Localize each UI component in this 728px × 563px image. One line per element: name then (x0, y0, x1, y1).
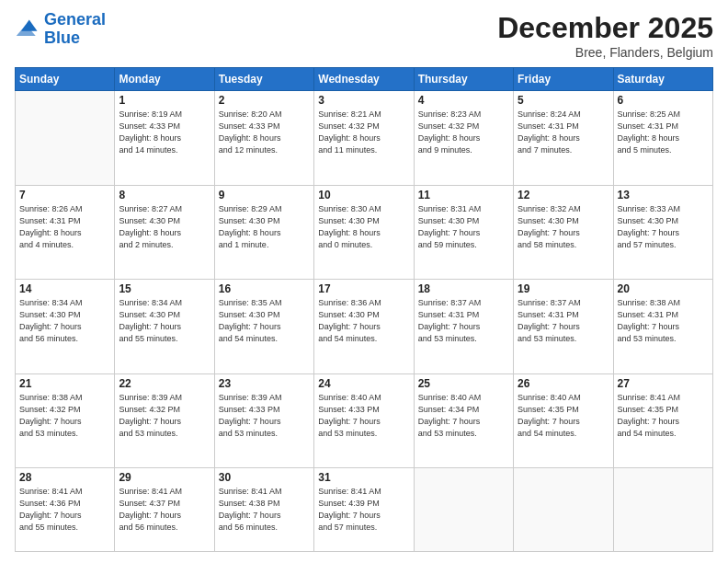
calendar-cell: 1Sunrise: 8:19 AM Sunset: 4:33 PM Daylig… (115, 91, 214, 186)
day-info: Sunrise: 8:33 AM Sunset: 4:30 PM Dayligh… (618, 203, 709, 251)
day-info: Sunrise: 8:41 AM Sunset: 4:37 PM Dayligh… (119, 486, 210, 534)
calendar-cell: 6Sunrise: 8:25 AM Sunset: 4:31 PM Daylig… (613, 91, 712, 186)
day-number: 1 (119, 94, 210, 107)
day-info: Sunrise: 8:25 AM Sunset: 4:31 PM Dayligh… (618, 109, 709, 156)
day-info: Sunrise: 8:41 AM Sunset: 4:36 PM Dayligh… (19, 486, 110, 534)
day-info: Sunrise: 8:29 AM Sunset: 4:30 PM Dayligh… (219, 203, 310, 251)
day-number: 27 (618, 377, 709, 390)
day-number: 8 (119, 189, 210, 201)
day-number: 18 (418, 282, 509, 295)
day-info: Sunrise: 8:40 AM Sunset: 4:35 PM Dayligh… (518, 392, 609, 440)
calendar-cell: 10Sunrise: 8:30 AM Sunset: 4:30 PM Dayli… (314, 185, 414, 280)
calendar-cell (613, 468, 712, 552)
day-number: 6 (618, 94, 709, 107)
logo-icon (15, 17, 40, 42)
weekday-header-tuesday: Tuesday (214, 68, 313, 91)
day-info: Sunrise: 8:36 AM Sunset: 4:30 PM Dayligh… (318, 297, 409, 345)
day-number: 19 (518, 282, 609, 295)
day-number: 28 (19, 471, 110, 484)
calendar-cell: 30Sunrise: 8:41 AM Sunset: 4:38 PM Dayli… (214, 468, 313, 552)
day-info: Sunrise: 8:38 AM Sunset: 4:31 PM Dayligh… (618, 297, 709, 345)
calendar-cell: 29Sunrise: 8:41 AM Sunset: 4:37 PM Dayli… (115, 468, 214, 552)
day-number: 9 (219, 189, 310, 201)
weekday-header-sunday: Sunday (16, 68, 115, 91)
calendar-cell: 12Sunrise: 8:32 AM Sunset: 4:30 PM Dayli… (514, 185, 613, 280)
calendar-cell: 19Sunrise: 8:37 AM Sunset: 4:31 PM Dayli… (514, 280, 613, 374)
day-info: Sunrise: 8:37 AM Sunset: 4:31 PM Dayligh… (518, 297, 609, 345)
day-number: 21 (19, 377, 110, 390)
weekday-header-friday: Friday (514, 68, 613, 91)
day-number: 26 (518, 377, 609, 390)
calendar-cell: 2Sunrise: 8:20 AM Sunset: 4:33 PM Daylig… (214, 91, 313, 186)
day-number: 31 (318, 471, 409, 484)
calendar-cell: 26Sunrise: 8:40 AM Sunset: 4:35 PM Dayli… (514, 373, 613, 468)
day-info: Sunrise: 8:24 AM Sunset: 4:31 PM Dayligh… (518, 109, 609, 156)
header: General Blue December 2025 Bree, Flander… (15, 11, 713, 60)
day-info: Sunrise: 8:35 AM Sunset: 4:30 PM Dayligh… (219, 297, 310, 345)
day-number: 16 (219, 282, 310, 295)
calendar-cell: 13Sunrise: 8:33 AM Sunset: 4:30 PM Dayli… (613, 185, 712, 280)
weekday-header-monday: Monday (115, 68, 214, 91)
calendar-week-0: 1Sunrise: 8:19 AM Sunset: 4:33 PM Daylig… (16, 91, 713, 186)
day-info: Sunrise: 8:31 AM Sunset: 4:30 PM Dayligh… (418, 203, 509, 251)
day-number: 3 (318, 94, 409, 107)
calendar-cell: 4Sunrise: 8:23 AM Sunset: 4:32 PM Daylig… (414, 91, 513, 186)
calendar-cell: 20Sunrise: 8:38 AM Sunset: 4:31 PM Dayli… (613, 280, 712, 374)
day-number: 30 (219, 471, 310, 484)
weekday-header-thursday: Thursday (414, 68, 513, 91)
day-info: Sunrise: 8:32 AM Sunset: 4:30 PM Dayligh… (518, 203, 609, 251)
calendar-week-2: 14Sunrise: 8:34 AM Sunset: 4:30 PM Dayli… (16, 280, 713, 374)
day-info: Sunrise: 8:26 AM Sunset: 4:31 PM Dayligh… (19, 203, 110, 251)
day-number: 23 (219, 377, 310, 390)
calendar-cell: 16Sunrise: 8:35 AM Sunset: 4:30 PM Dayli… (214, 280, 313, 374)
day-number: 29 (119, 471, 210, 484)
calendar-cell: 11Sunrise: 8:31 AM Sunset: 4:30 PM Dayli… (414, 185, 513, 280)
day-info: Sunrise: 8:41 AM Sunset: 4:38 PM Dayligh… (219, 486, 310, 534)
day-info: Sunrise: 8:34 AM Sunset: 4:30 PM Dayligh… (119, 297, 210, 345)
title-block: December 2025 Bree, Flanders, Belgium (497, 11, 713, 60)
calendar-cell (514, 468, 613, 552)
location: Bree, Flanders, Belgium (497, 45, 713, 60)
month-title: December 2025 (497, 11, 713, 45)
calendar-cell: 18Sunrise: 8:37 AM Sunset: 4:31 PM Dayli… (414, 280, 513, 374)
day-number: 24 (318, 377, 409, 390)
calendar-week-1: 7Sunrise: 8:26 AM Sunset: 4:31 PM Daylig… (16, 185, 713, 280)
calendar-cell: 3Sunrise: 8:21 AM Sunset: 4:32 PM Daylig… (314, 91, 414, 186)
day-number: 2 (219, 94, 310, 107)
day-info: Sunrise: 8:38 AM Sunset: 4:32 PM Dayligh… (19, 392, 110, 440)
day-number: 14 (19, 282, 110, 295)
calendar-cell: 21Sunrise: 8:38 AM Sunset: 4:32 PM Dayli… (16, 373, 115, 468)
day-number: 11 (418, 189, 509, 201)
day-info: Sunrise: 8:27 AM Sunset: 4:30 PM Dayligh… (119, 203, 210, 251)
day-number: 10 (318, 189, 409, 201)
calendar-cell: 5Sunrise: 8:24 AM Sunset: 4:31 PM Daylig… (514, 91, 613, 186)
weekday-header-wednesday: Wednesday (314, 68, 414, 91)
day-number: 15 (119, 282, 210, 295)
logo-text: General Blue (44, 11, 106, 48)
calendar-cell: 14Sunrise: 8:34 AM Sunset: 4:30 PM Dayli… (16, 280, 115, 374)
day-number: 5 (518, 94, 609, 107)
day-number: 7 (19, 189, 110, 201)
day-number: 13 (618, 189, 709, 201)
day-info: Sunrise: 8:21 AM Sunset: 4:32 PM Dayligh… (318, 109, 409, 156)
day-number: 22 (119, 377, 210, 390)
logo: General Blue (15, 11, 106, 48)
day-number: 25 (418, 377, 509, 390)
page: General Blue December 2025 Bree, Flander… (0, 0, 728, 563)
day-info: Sunrise: 8:23 AM Sunset: 4:32 PM Dayligh… (418, 109, 509, 156)
calendar-cell: 27Sunrise: 8:41 AM Sunset: 4:35 PM Dayli… (613, 373, 712, 468)
day-number: 17 (318, 282, 409, 295)
calendar-cell: 25Sunrise: 8:40 AM Sunset: 4:34 PM Dayli… (414, 373, 513, 468)
day-info: Sunrise: 8:41 AM Sunset: 4:39 PM Dayligh… (318, 486, 409, 534)
calendar-cell (414, 468, 513, 552)
day-info: Sunrise: 8:30 AM Sunset: 4:30 PM Dayligh… (318, 203, 409, 251)
calendar-cell: 15Sunrise: 8:34 AM Sunset: 4:30 PM Dayli… (115, 280, 214, 374)
calendar-cell: 9Sunrise: 8:29 AM Sunset: 4:30 PM Daylig… (214, 185, 313, 280)
day-number: 20 (618, 282, 709, 295)
day-info: Sunrise: 8:37 AM Sunset: 4:31 PM Dayligh… (418, 297, 509, 345)
day-info: Sunrise: 8:20 AM Sunset: 4:33 PM Dayligh… (219, 109, 310, 156)
calendar-table: SundayMondayTuesdayWednesdayThursdayFrid… (15, 67, 713, 552)
calendar-week-3: 21Sunrise: 8:38 AM Sunset: 4:32 PM Dayli… (16, 373, 713, 468)
calendar-cell: 28Sunrise: 8:41 AM Sunset: 4:36 PM Dayli… (16, 468, 115, 552)
calendar-cell: 31Sunrise: 8:41 AM Sunset: 4:39 PM Dayli… (314, 468, 414, 552)
